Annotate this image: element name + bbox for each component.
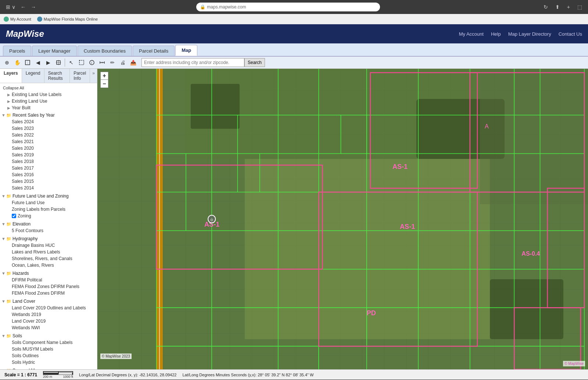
select-box-tool[interactable] [77, 58, 86, 67]
nav-help[interactable]: Help [491, 31, 501, 37]
zoom-in-tool[interactable]: ⊕ [2, 58, 12, 67]
new-tab-button[interactable]: + [566, 3, 571, 11]
refresh-button[interactable]: ↻ [542, 3, 549, 11]
layer-item-soils-outlines[interactable]: Soils Outlines [0, 352, 97, 359]
tab-parcels[interactable]: Parcels [3, 46, 31, 56]
export-tool[interactable]: 📤 [128, 58, 138, 67]
tab-switcher[interactable]: ⊞ ∨ [4, 3, 17, 11]
search-button[interactable]: Search [244, 58, 265, 67]
layer-item-land-cover-2019[interactable]: Land Cover 2019 [0, 318, 97, 324]
forward-tool[interactable]: ▶ [43, 58, 53, 67]
map-container[interactable]: AS-1 A AS-1 AS-1 PD AS-0.4 AS-1 ⊙ + − © … [97, 69, 588, 369]
search-input[interactable] [141, 58, 244, 67]
map-zoom-in-button[interactable]: + [100, 72, 108, 80]
search-box: Search [141, 58, 586, 67]
layer-label: Sales 2014 [12, 185, 34, 191]
layer-group-land-cover: ▼ 📁 Land Cover Land Cover 2019 Outlines … [0, 297, 97, 332]
app-logo[interactable]: MapWise [6, 29, 44, 39]
measure-tool[interactable] [97, 58, 107, 67]
layer-group-header-land-cover[interactable]: ▼ 📁 Land Cover [0, 298, 97, 305]
layer-item-zoning-labels[interactable]: Zoning Labels from Parcels [0, 206, 97, 213]
layer-item-existing-land-use-labels[interactable]: ▶ Existing Land Use Labels [0, 91, 97, 98]
forward-button[interactable]: → [29, 3, 37, 11]
layer-item-soils-component[interactable]: Soils Component Name Labels [0, 339, 97, 346]
tab-layer-manager[interactable]: Layer Manager [32, 46, 76, 56]
back-tool[interactable]: ◀ [33, 58, 43, 67]
collapse-all-button[interactable]: Collapse All [0, 85, 97, 91]
layer-item-zoning[interactable]: Zoning [0, 213, 97, 219]
identify-tool[interactable]: i [87, 58, 97, 67]
layer-item-sales-2024[interactable]: Sales 2024 [0, 118, 97, 125]
layer-item-fema-dfirm[interactable]: FEMA Flood Zones DFIRM [0, 290, 97, 296]
layer-item-future-land-use[interactable]: Future Land Use [0, 199, 97, 206]
nav-my-account[interactable]: My Account [459, 31, 484, 37]
tab-parcel-details[interactable]: Parcel Details [133, 46, 175, 56]
scale-bar: Scale = 1 : 6771 200 m 1000 ft Long/Lat … [0, 369, 588, 380]
print-tool[interactable]: 🖨 [118, 58, 128, 67]
layer-item-fema-panels[interactable]: FEMA Flood Zones DFIRM Panels [0, 283, 97, 290]
panel-tab-parcel-info[interactable]: Parcel Info [70, 69, 90, 83]
layer-group-header-recent-sales[interactable]: ▼ 📁 Recent Sales by Year [0, 112, 97, 118]
layer-item-shorelines[interactable]: Shorelines, Rivers, and Canals [0, 255, 97, 262]
layer-group-header-scanned-maps[interactable]: ▼ 📁 Scanned Maps [0, 367, 97, 369]
windows-button[interactable]: ⬚ [576, 3, 584, 11]
layer-item-dfirm-political[interactable]: DFIRM Political [0, 277, 97, 283]
browser-controls: ⊞ ∨ ← → [4, 3, 37, 11]
nav-map-layer-directory[interactable]: Map Layer Directory [508, 31, 551, 37]
bookmark-my-account[interactable]: My Account [4, 17, 31, 22]
address-bar[interactable]: 🔒 maps.mapwise.com [196, 3, 380, 11]
layer-label: Sales 2018 [12, 159, 34, 164]
layer-item-wetlands-2019[interactable]: Wetlands 2019 [0, 311, 97, 318]
layer-item-ocean-lakes[interactable]: Ocean, Lakes, Rivers [0, 262, 97, 269]
group-label: Land Cover [12, 299, 35, 304]
panel-tab-layers[interactable]: Layers [0, 69, 22, 83]
nav-contact-us[interactable]: Contact Us [559, 31, 582, 37]
layer-item-land-cover-outlines[interactable]: Land Cover 2019 Outlines and Labels [0, 305, 97, 311]
layer-item-sales-2018[interactable]: Sales 2018 [0, 158, 97, 165]
tab-custom-boundaries[interactable]: Custom Boundaries [78, 46, 132, 56]
bookmark-mapwise[interactable]: MapWise Florida Maps Online [37, 17, 98, 22]
layer-item-sales-2020[interactable]: Sales 2020 [0, 145, 97, 152]
layer-item-year-built[interactable]: ▶ Year Built [0, 104, 97, 111]
layer-item-existing-land-use[interactable]: ▶ Existing Land Use [0, 98, 97, 104]
layer-item-sales-2015[interactable]: Sales 2015 [0, 178, 97, 185]
layer-item-soils-musym[interactable]: Soils MUSYM Labels [0, 346, 97, 352]
layer-item-lakes-rivers-labels[interactable]: Lakes and Rivers Labels [0, 249, 97, 255]
layer-item-sales-2014[interactable]: Sales 2014 [0, 185, 97, 191]
layer-group-header-future-land-use[interactable]: ▼ 📁 Future Land Use and Zoning [0, 193, 97, 199]
layer-label: Sales 2017 [12, 166, 34, 171]
bookmark-mapwise-label: MapWise Florida Maps Online [44, 17, 98, 21]
layer-group-header-elevation[interactable]: ▼ 📁 Elevation [0, 221, 97, 227]
layer-item-sales-2021[interactable]: Sales 2021 [0, 138, 97, 145]
draw-tool[interactable]: ✏ [108, 58, 117, 67]
layer-item-sales-2023[interactable]: Sales 2023 [0, 125, 97, 132]
share-button[interactable]: ⬆ [554, 3, 561, 11]
layer-label: Zoning [18, 213, 31, 219]
pan-tool[interactable]: ✋ [12, 58, 22, 67]
zoning-checkbox[interactable] [12, 214, 16, 218]
layer-item-soils-hydric[interactable]: Soils Hydric [0, 359, 97, 366]
panel-tab-search-results[interactable]: Search Results [44, 69, 70, 83]
layer-group-header-hydrography[interactable]: ▼ 📁 Hydrography [0, 235, 97, 242]
panel-tab-legend[interactable]: Legend [22, 69, 44, 83]
layer-item-5-foot-contours[interactable]: 5 Foot Contours [0, 227, 97, 234]
svg-rect-42 [548, 188, 584, 308]
layer-group-header-hazards[interactable]: ▼ 📁 Hazards [0, 270, 97, 277]
zoom-box-tool[interactable] [23, 58, 32, 67]
layer-item-sales-2016[interactable]: Sales 2016 [0, 171, 97, 178]
full-extent-tool[interactable] [54, 58, 63, 67]
layer-item-sales-2019[interactable]: Sales 2019 [0, 152, 97, 158]
layer-label: Ocean, Lakes, Rivers [12, 263, 54, 268]
panel-collapse-toggle[interactable]: » [90, 69, 97, 83]
layer-label: Wetlands 2019 [12, 312, 41, 317]
layer-item-sales-2022[interactable]: Sales 2022 [0, 132, 97, 138]
layer-item-drainage-basins[interactable]: Drainage Basins HUC [0, 242, 97, 249]
tab-map[interactable]: Map [175, 45, 197, 56]
select-tool[interactable]: ↖ [67, 58, 76, 67]
layer-group-header-soils[interactable]: ▼ 📁 Soils [0, 333, 97, 339]
back-button[interactable]: ← [19, 3, 27, 11]
layer-item-wetlands-nwi[interactable]: Wetlands NWI [0, 324, 97, 331]
panel-content: Collapse All ▶ Existing Land Use Labels … [0, 83, 97, 369]
layer-item-sales-2017[interactable]: Sales 2017 [0, 165, 97, 171]
map-zoom-out-button[interactable]: − [100, 80, 108, 88]
